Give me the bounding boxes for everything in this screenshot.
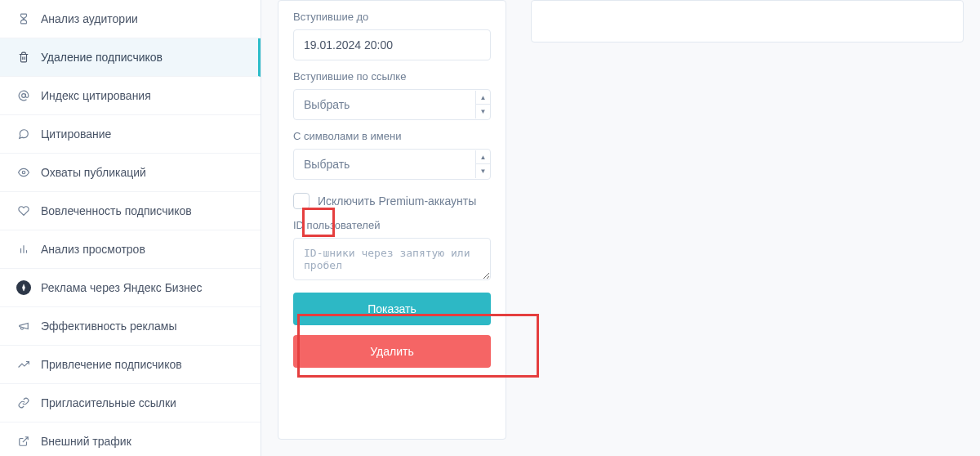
chevron-up-icon[interactable]: ▲ — [476, 91, 490, 105]
megaphone-icon — [16, 319, 31, 333]
sidebar-item-label: Пригласительные ссылки — [41, 396, 176, 409]
sidebar-item-ad-efficiency[interactable]: Эффективность рекламы — [0, 307, 261, 346]
sidebar-item-reach[interactable]: Охваты публикаций — [0, 154, 261, 192]
sidebar-item-delete-subscribers[interactable]: Удаление подписчиков — [0, 38, 261, 77]
sidebar-item-label: Анализ просмотров — [41, 243, 145, 256]
exclude-premium-check: Исключить Premium-аккаунты — [293, 193, 491, 209]
chevron-down-icon[interactable]: ▼ — [476, 164, 490, 178]
joined-before-label: Вступившие до — [293, 11, 491, 23]
sidebar-item-label: Привлечение подписчиков — [41, 358, 182, 371]
sidebar-item-invite-links[interactable]: Пригласительные ссылки — [0, 384, 261, 422]
heart-icon — [16, 203, 31, 218]
sidebar-item-label: Эффективность рекламы — [41, 320, 176, 333]
show-button[interactable]: Показать — [293, 293, 491, 325]
sidebar-item-views-analysis[interactable]: Анализ просмотров — [0, 230, 261, 269]
sidebar-item-label: Внешний трафик — [41, 435, 131, 448]
select-spinner: ▲ ▼ — [475, 91, 490, 118]
sidebar-item-label: Охваты публикаций — [41, 166, 146, 179]
sidebar: Анализ аудитории Удаление подписчиков Ин… — [0, 0, 261, 456]
eye-icon — [16, 165, 31, 180]
trash-icon — [16, 50, 31, 65]
joined-via-link-label: Вступившие по ссылке — [293, 70, 491, 83]
filter-form: Вступившие до Вступившие по ссылке Выбра… — [278, 0, 506, 440]
yandex-icon — [16, 280, 31, 295]
external-icon — [16, 434, 31, 449]
sidebar-item-engagement[interactable]: Вовлеченность подписчиков — [0, 192, 261, 230]
bar-chart-icon — [16, 242, 31, 257]
chevron-down-icon[interactable]: ▼ — [476, 105, 490, 118]
link-icon — [16, 396, 31, 410]
symbols-select[interactable]: Выбрать ▲ ▼ — [293, 149, 491, 180]
select-placeholder: Выбрать — [294, 150, 475, 179]
trend-icon — [16, 357, 31, 372]
chevron-up-icon[interactable]: ▲ — [476, 150, 490, 164]
results-panel — [531, 0, 964, 42]
exclude-premium-label: Исключить Premium-аккаунты — [318, 194, 476, 208]
sidebar-item-citation-index[interactable]: Индекс цитирования — [0, 77, 261, 115]
user-ids-textarea[interactable] — [293, 238, 491, 280]
sidebar-item-label: Индекс цитирования — [41, 89, 151, 102]
svg-point-0 — [22, 94, 26, 98]
sidebar-item-label: Удаление подписчиков — [41, 51, 163, 64]
sidebar-item-label: Цитирование — [41, 127, 111, 141]
select-placeholder: Выбрать — [294, 90, 475, 119]
sidebar-item-citation[interactable]: Цитирование — [0, 115, 261, 154]
user-ids-label: ID пользователей — [293, 219, 491, 231]
sidebar-item-label: Анализ аудитории — [41, 12, 138, 25]
sidebar-item-yandex-ads[interactable]: Реклама через Яндекс Бизнес — [0, 269, 261, 307]
hourglass-icon — [16, 11, 31, 26]
svg-point-1 — [22, 171, 25, 174]
at-icon — [16, 88, 31, 103]
mention-icon — [16, 127, 31, 141]
exclude-premium-checkbox[interactable] — [293, 193, 310, 209]
symbols-label: С символами в имени — [293, 130, 491, 142]
sidebar-item-label: Реклама через Яндекс Бизнес — [41, 281, 203, 294]
delete-button[interactable]: Удалить — [293, 335, 491, 368]
joined-via-link-select[interactable]: Выбрать ▲ ▼ — [293, 89, 491, 120]
sidebar-item-audience-analysis[interactable]: Анализ аудитории — [0, 0, 261, 38]
sidebar-item-subscriber-acquisition[interactable]: Привлечение подписчиков — [0, 346, 261, 384]
joined-before-input[interactable] — [293, 29, 491, 60]
sidebar-item-label: Вовлеченность подписчиков — [41, 204, 192, 217]
main-content: Вступившие до Вступившие по ссылке Выбра… — [261, 0, 980, 456]
sidebar-item-external-traffic[interactable]: Внешний трафик — [0, 422, 261, 456]
select-spinner: ▲ ▼ — [475, 150, 490, 178]
